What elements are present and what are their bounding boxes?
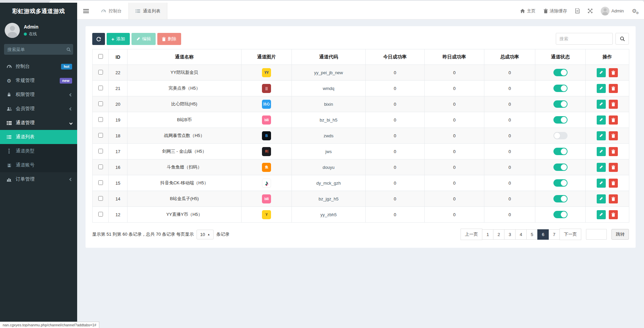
rate-total: 0 — [484, 128, 535, 144]
home-link[interactable]: 主页 — [520, 8, 536, 14]
table-search-input[interactable] — [556, 33, 613, 45]
row-checkbox[interactable] — [98, 180, 103, 185]
channel-name: YY直播Y币（H5） — [127, 207, 241, 223]
cogs-icon[interactable]: ⚙⚙ — [632, 8, 637, 14]
channel-status-toggle[interactable] — [553, 211, 568, 218]
search-button[interactable] — [615, 33, 629, 45]
rate-yesterday: 0 — [425, 81, 484, 96]
edit-button[interactable]: 编辑 — [131, 33, 156, 45]
row-checkbox[interactable] — [98, 196, 103, 201]
row-delete-button[interactable] — [609, 84, 618, 93]
row-edit-button[interactable] — [597, 210, 606, 219]
row-checkbox[interactable] — [98, 212, 103, 217]
row-edit-button[interactable] — [597, 179, 606, 188]
channel-logo: 比心 — [262, 100, 271, 109]
channel-status-toggle[interactable] — [553, 116, 568, 124]
row-delete-button[interactable] — [609, 100, 618, 109]
row-edit-button[interactable] — [597, 68, 606, 77]
page-button[interactable]: 5 — [526, 229, 538, 240]
sidebar-item-label: 通道类型 — [16, 148, 35, 154]
row-delete-button[interactable] — [609, 194, 618, 203]
next-page-button[interactable]: 下一页 — [559, 229, 581, 240]
rate-today: 0 — [366, 112, 425, 128]
row-edit-button[interactable] — [597, 131, 606, 140]
select-all-checkbox[interactable] — [98, 54, 103, 59]
sidebar-toggle-button[interactable] — [77, 3, 95, 19]
channel-name: 抖音免CK-移动端（H5） — [127, 175, 241, 191]
row-edit-button[interactable] — [597, 84, 606, 93]
channel-status-toggle[interactable] — [553, 163, 568, 171]
row-delete-button[interactable] — [609, 131, 618, 140]
clear-cache-link[interactable]: 清除缓存 — [544, 8, 567, 14]
row-checkbox[interactable] — [98, 101, 103, 106]
prev-page-button[interactable]: 上一页 — [461, 229, 482, 240]
jump-button[interactable]: 跳转 — [611, 229, 629, 240]
table-row: 16 斗鱼鱼翅（扫码） 鱼 douyu 0 0 0 — [93, 159, 629, 175]
column-header: 通道状态 — [535, 49, 586, 65]
channel-status-toggle[interactable] — [553, 132, 568, 139]
user-menu[interactable]: Admin — [601, 7, 624, 15]
row-checkbox[interactable] — [98, 86, 103, 90]
channel-status-toggle[interactable] — [553, 69, 568, 76]
row-edit-button[interactable] — [597, 147, 606, 156]
page-button[interactable]: 6 — [537, 229, 549, 240]
row-delete-button[interactable] — [609, 147, 618, 156]
row-checkbox[interactable] — [98, 165, 103, 169]
sidebar-item-dashboard[interactable]: 控制台 hot — [0, 59, 77, 74]
table-row: 20 比心陪玩(H5) 比心 bixin 0 0 0 — [93, 96, 629, 112]
rate-total: 0 — [484, 207, 535, 223]
add-button[interactable]: +添加 — [107, 33, 130, 45]
delete-button[interactable]: 删除 — [157, 33, 181, 45]
sidebar-item-label: 控制台 — [16, 63, 30, 69]
page-button[interactable]: 4 — [515, 229, 527, 240]
refresh-button[interactable] — [92, 33, 105, 45]
user-icon — [5, 163, 13, 168]
page-button[interactable]: 3 — [504, 229, 516, 240]
channel-status-toggle[interactable] — [553, 85, 568, 92]
rate-yesterday: 0 — [425, 128, 484, 144]
page-button[interactable]: 1 — [482, 229, 493, 240]
row-delete-button[interactable] — [609, 68, 618, 77]
app-title: 彩虹游戏多通道游戏 — [0, 3, 77, 19]
sidebar-item-orders[interactable]: 订单管理 — [0, 172, 77, 186]
table-row: 17 剑网三 - 金山版（H5） 剑 jws 0 0 0 — [93, 144, 629, 159]
tab-channel-list[interactable]: 通道列表 — [128, 3, 167, 19]
page-size-select[interactable]: 10▲ — [197, 230, 214, 239]
sidebar-item-label: 通道账号 — [16, 162, 35, 168]
sidebar-item-channel-account[interactable]: 通道账号 — [0, 158, 77, 172]
sidebar-item-general[interactable]: ⚙ 常规管理 new — [0, 74, 77, 88]
row-edit-button[interactable] — [597, 100, 606, 109]
row-checkbox[interactable] — [98, 117, 103, 122]
channel-status-toggle[interactable] — [553, 148, 568, 155]
tab-dashboard[interactable]: 控制台 — [95, 3, 128, 19]
fullscreen-icon[interactable] — [588, 8, 593, 13]
sidebar-item-channel-management[interactable]: 通道管理 — [0, 116, 77, 130]
page-button[interactable]: 7 — [548, 229, 560, 240]
row-edit-button[interactable] — [597, 115, 606, 125]
row-edit-button[interactable] — [597, 163, 606, 172]
jump-page-input[interactable] — [586, 229, 607, 240]
channel-id: 21 — [109, 81, 127, 96]
doc-icon[interactable] — [575, 8, 580, 13]
page-button[interactable]: 2 — [493, 229, 504, 240]
sidebar-item-members[interactable]: 会员管理 — [0, 102, 77, 116]
row-delete-button[interactable] — [609, 163, 618, 172]
channel-status-toggle[interactable] — [553, 179, 568, 187]
channel-id: 20 — [109, 96, 127, 112]
channel-status-toggle[interactable] — [553, 100, 568, 108]
sidebar-item-permissions[interactable]: 权限管理 — [0, 88, 77, 102]
row-edit-button[interactable] — [597, 194, 606, 203]
row-delete-button[interactable] — [609, 179, 618, 188]
row-checkbox[interactable] — [98, 70, 103, 75]
channel-code: douyu — [292, 159, 366, 175]
row-delete-button[interactable] — [609, 115, 618, 125]
row-checkbox[interactable] — [98, 149, 103, 153]
sidebar-item-channel-type[interactable]: 通道类型 — [0, 144, 77, 158]
row-delete-button[interactable] — [609, 210, 618, 219]
sidebar-item-channel-list[interactable]: 通道列表 — [0, 130, 77, 144]
record-summary: 显示第 51 到第 60 条记录，总共 70 条记录 每页显示 — [92, 231, 194, 237]
channel-code: bz_jgz_h5 — [292, 191, 366, 207]
row-checkbox[interactable] — [98, 133, 103, 138]
menu-search-input[interactable] — [7, 47, 66, 52]
channel-status-toggle[interactable] — [553, 195, 568, 202]
